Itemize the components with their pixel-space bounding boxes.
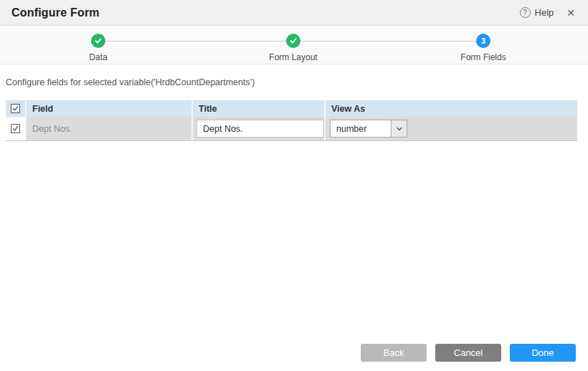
configure-fields-description: Configure fields for selected variable('… xyxy=(6,77,255,87)
view-as-selected-value: number xyxy=(331,124,391,134)
help-label: Help xyxy=(535,7,554,18)
step-data-label: Data xyxy=(89,52,107,62)
row-title-input[interactable] xyxy=(196,120,324,138)
header-field-label: Field xyxy=(32,104,53,114)
step-form-fields-badge: 3 xyxy=(476,34,490,48)
header-checkbox-cell xyxy=(6,100,25,117)
header-title-label: Title xyxy=(193,104,217,114)
cancel-button[interactable]: Cancel xyxy=(435,344,501,362)
select-all-checkbox[interactable] xyxy=(11,104,20,113)
dialog-title: Configure Form xyxy=(11,6,100,19)
step-form-layout-label: Form Layout xyxy=(269,52,317,62)
step-data[interactable]: Data xyxy=(48,34,148,62)
row-checkbox[interactable] xyxy=(11,124,20,133)
row-field-name: Dept Nos. xyxy=(32,124,72,134)
footer-actions: Back Cancel Done xyxy=(361,344,576,362)
step-form-fields-number: 3 xyxy=(481,37,485,45)
header-title-cell: Title xyxy=(191,100,324,117)
step-form-fields[interactable]: 3 Form Fields xyxy=(433,34,534,62)
configure-form-dialog: Configure Form ? Help ✕ Data Form Layout xyxy=(0,0,588,371)
header-view-as-label: View As xyxy=(326,104,365,114)
row-checkbox-cell xyxy=(6,117,25,140)
help-icon: ? xyxy=(520,7,531,18)
form-fields-table: Field Title View As Dept Nos. xyxy=(6,100,577,141)
header-field-cell: Field xyxy=(25,100,191,117)
help-button[interactable]: ? Help xyxy=(520,7,554,18)
close-icon[interactable]: ✕ xyxy=(565,7,577,19)
view-as-select[interactable]: number xyxy=(330,120,407,138)
table-header-row: Field Title View As xyxy=(6,100,577,117)
dialog-titlebar: Configure Form ? Help ✕ xyxy=(0,0,588,26)
row-field-cell: Dept Nos. xyxy=(25,117,191,140)
step-data-check-icon xyxy=(91,34,105,48)
step-form-layout[interactable]: Form Layout xyxy=(243,34,343,62)
row-title-cell xyxy=(191,117,324,140)
row-view-as-cell: number xyxy=(324,117,577,140)
titlebar-actions: ? Help ✕ xyxy=(520,7,577,19)
chevron-down-icon xyxy=(391,120,407,137)
done-button[interactable]: Done xyxy=(510,344,576,362)
step-form-fields-label: Form Fields xyxy=(460,52,506,62)
back-button[interactable]: Back xyxy=(361,344,427,362)
step-form-layout-check-icon xyxy=(286,34,300,48)
wizard-stepper: Data Form Layout 3 Form Fields xyxy=(0,26,588,64)
table-row: Dept Nos. number xyxy=(6,117,577,141)
header-view-as-cell: View As xyxy=(324,100,577,117)
